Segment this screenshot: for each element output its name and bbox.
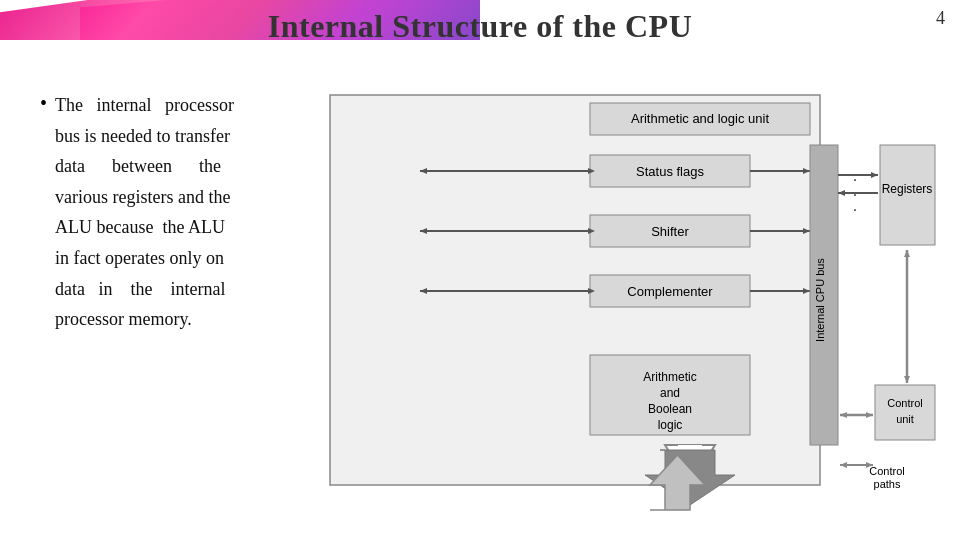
slide-title: Internal Structure of the CPU <box>268 8 693 44</box>
svg-marker-52 <box>904 376 910 383</box>
svg-text:and: and <box>660 386 680 400</box>
svg-text:paths: paths <box>874 478 901 490</box>
bullet-content: The internal processor bus is needed to … <box>55 90 234 335</box>
bullet-item: • The internal processor bus is needed t… <box>40 90 280 335</box>
bullet-dot: • <box>40 92 47 115</box>
svg-marker-38 <box>871 172 878 178</box>
text-panel: • The internal processor bus is needed t… <box>0 70 300 540</box>
cpu-diagram-svg: Arithmetic and logic unit Status flags S… <box>320 85 940 525</box>
svg-text:Control: Control <box>887 397 922 409</box>
svg-text:Internal CPU bus: Internal CPU bus <box>814 258 826 342</box>
svg-text:Status flags: Status flags <box>636 164 704 179</box>
svg-text:Arithmetic: Arithmetic <box>643 370 696 384</box>
svg-marker-49 <box>866 412 873 418</box>
svg-text:Control: Control <box>869 465 904 477</box>
slide-title-container: Internal Structure of the CPU <box>0 8 960 45</box>
content-area: • The internal processor bus is needed t… <box>0 70 960 540</box>
svg-marker-53 <box>904 250 910 257</box>
svg-text:·: · <box>853 201 857 218</box>
svg-text:Complementer: Complementer <box>627 284 713 299</box>
diagram-panel: Arithmetic and logic unit Status flags S… <box>300 70 960 540</box>
svg-text:Registers: Registers <box>882 182 933 196</box>
svg-marker-50 <box>840 412 847 418</box>
svg-text:Arithmetic and logic unit: Arithmetic and logic unit <box>631 111 769 126</box>
svg-marker-40 <box>838 190 845 196</box>
svg-marker-58 <box>840 462 847 468</box>
svg-text:Boolean: Boolean <box>648 402 692 416</box>
svg-text:unit: unit <box>896 413 914 425</box>
svg-text:logic: logic <box>658 418 683 432</box>
svg-text:Shifter: Shifter <box>651 224 689 239</box>
